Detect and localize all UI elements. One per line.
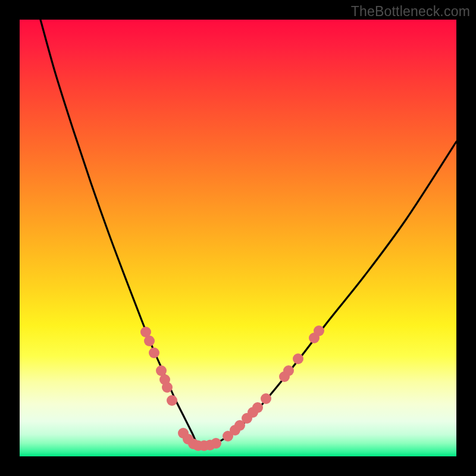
highlight-dot [252, 402, 263, 413]
highlight-dot [144, 336, 155, 346]
chart-frame: TheBottleneck.com [0, 0, 476, 476]
highlight-dots-group [140, 325, 324, 451]
highlight-dot [211, 438, 221, 449]
bottleneck-curve [40, 20, 456, 446]
highlight-dot [162, 382, 173, 393]
highlight-dot [314, 325, 324, 336]
highlight-dot [293, 353, 303, 364]
highlight-dot [261, 393, 271, 404]
watermark-text: TheBottleneck.com [351, 4, 470, 20]
chart-plot-area [20, 20, 456, 456]
highlight-dot [167, 395, 177, 406]
chart-svg [20, 20, 456, 456]
highlight-dot [149, 347, 159, 358]
highlight-dot [283, 365, 294, 376]
